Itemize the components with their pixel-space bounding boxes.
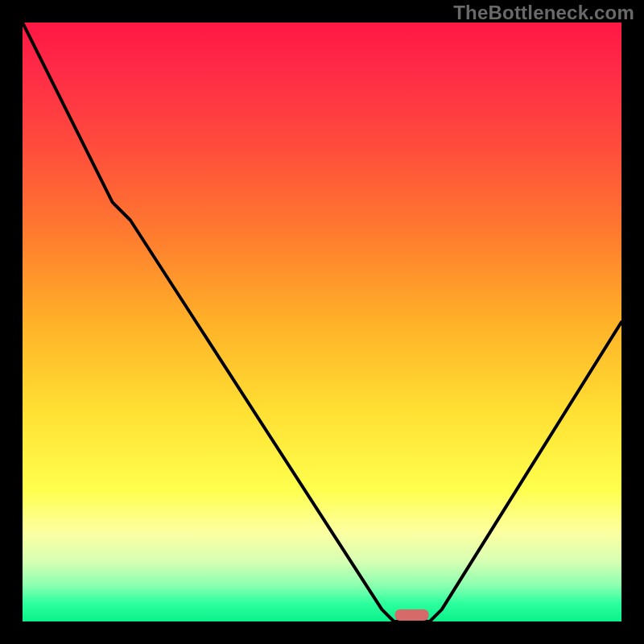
watermark-text: TheBottleneck.com — [453, 2, 634, 24]
chart-frame: TheBottleneck.com — [0, 0, 644, 644]
gradient-background — [23, 23, 621, 621]
marker-pill — [395, 609, 429, 621]
chart-svg — [23, 23, 621, 621]
chart-plot-area — [23, 23, 621, 621]
